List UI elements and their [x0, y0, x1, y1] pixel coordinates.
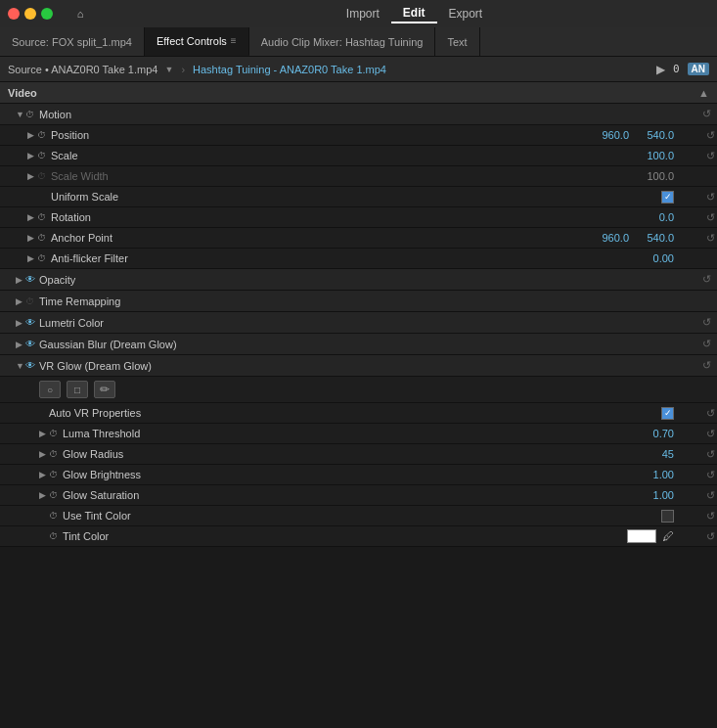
- rotation-reset[interactable]: ↺: [703, 210, 717, 224]
- tab-source[interactable]: Source: FOX split_1.mp4: [0, 27, 145, 56]
- home-icon: ⌂: [77, 8, 84, 20]
- use-tint-checkbox-area: [661, 510, 674, 523]
- close-button[interactable]: [8, 8, 20, 20]
- tint-color-swatch[interactable]: [627, 529, 656, 543]
- tab-effect-controls[interactable]: Effect Controls ≡: [145, 27, 249, 56]
- luma-threshold-stopwatch[interactable]: ⏱: [49, 429, 63, 438]
- home-button[interactable]: ⌂: [67, 4, 94, 23]
- anti-flicker-value[interactable]: 0.00: [635, 252, 674, 264]
- vr-tool-pen[interactable]: ✏: [94, 381, 115, 398]
- vr-tool-ellipse[interactable]: ○: [39, 381, 61, 398]
- anti-flicker-chevron[interactable]: ▶: [27, 253, 37, 263]
- time-remapping-group-header[interactable]: ▶ ⏱ Time Remapping: [0, 291, 717, 312]
- opacity-eye[interactable]: 👁: [25, 274, 39, 285]
- gaussian-blur-eye[interactable]: 👁: [25, 339, 39, 349]
- luma-threshold-chevron[interactable]: ▶: [39, 429, 49, 438]
- glow-radius-label: Glow Radius: [63, 448, 635, 460]
- scale-width-row: ▶ ⏱ Scale Width 100.0 ↺: [0, 166, 717, 187]
- nav-edit[interactable]: Edit: [391, 4, 437, 23]
- lumetri-reset[interactable]: ↺: [699, 316, 713, 330]
- scale-stopwatch[interactable]: ⏱: [37, 151, 51, 160]
- source-dropdown-arrow[interactable]: ▼: [164, 65, 173, 74]
- tint-color-row: ▶ ⏱ Tint Color 🖊 ↺: [0, 526, 717, 547]
- glow-saturation-chevron[interactable]: ▶: [39, 490, 49, 500]
- motion-label: Motion: [39, 109, 694, 120]
- rotation-chevron[interactable]: ▶: [27, 212, 37, 222]
- opacity-chevron: ▶: [16, 275, 25, 285]
- maximize-button[interactable]: [41, 8, 53, 20]
- use-tint-checkbox[interactable]: [661, 510, 674, 523]
- motion-reset[interactable]: ↺: [699, 108, 713, 121]
- glow-saturation-value[interactable]: 1.00: [635, 489, 674, 501]
- luma-threshold-reset[interactable]: ↺: [703, 427, 717, 440]
- nav-export[interactable]: Export: [437, 5, 495, 23]
- glow-radius-chevron[interactable]: ▶: [39, 449, 49, 459]
- position-stopwatch[interactable]: ⏱: [37, 130, 51, 140]
- minimize-button[interactable]: [24, 8, 36, 20]
- anchor-point-label: Anchor Point: [51, 232, 590, 244]
- auto-vr-checkbox[interactable]: [661, 407, 674, 420]
- position-chevron[interactable]: ▶: [27, 130, 37, 140]
- glow-radius-reset[interactable]: ↺: [703, 447, 717, 461]
- rotation-value[interactable]: 0.0: [635, 211, 674, 223]
- lumetri-color-group-header[interactable]: ▶ 👁 Lumetri Color ↺: [0, 312, 717, 334]
- auto-vr-reset[interactable]: ↺: [703, 406, 717, 420]
- anchor-point-reset[interactable]: ↺: [703, 231, 717, 245]
- glow-saturation-reset[interactable]: ↺: [703, 488, 717, 502]
- vr-glow-group-header[interactable]: ▼ 👁 VR Glow (Dream Glow) ↺: [0, 355, 717, 377]
- motion-stopwatch[interactable]: ⏱: [25, 110, 39, 119]
- position-x[interactable]: 960.0: [590, 129, 629, 141]
- scale-width-label: Scale Width: [51, 170, 635, 182]
- motion-group-header[interactable]: ▼ ⏱ Motion ↺: [0, 104, 717, 125]
- glow-saturation-label: Glow Saturation: [63, 489, 635, 501]
- scale-width-values: 100.0: [635, 170, 674, 182]
- scale-reset[interactable]: ↺: [703, 149, 717, 162]
- lumetri-eye[interactable]: 👁: [25, 317, 39, 328]
- opacity-group-header[interactable]: ▶ 👁 Opacity ↺: [0, 269, 717, 291]
- use-tint-reset[interactable]: ↺: [703, 509, 717, 523]
- gaussian-blur-label: Gaussian Blur (Dream Glow): [39, 339, 694, 350]
- tint-color-reset[interactable]: ↺: [703, 529, 717, 543]
- glow-radius-value[interactable]: 45: [635, 448, 674, 460]
- gaussian-blur-group-header[interactable]: ▶ 👁 Gaussian Blur (Dream Glow) ↺: [0, 334, 717, 355]
- video-section-collapse[interactable]: ▲: [698, 87, 709, 99]
- gaussian-blur-reset[interactable]: ↺: [699, 338, 713, 351]
- anchor-point-chevron[interactable]: ▶: [27, 233, 37, 243]
- glow-brightness-values: 1.00: [635, 469, 674, 480]
- position-y[interactable]: 540.0: [635, 129, 674, 141]
- glow-brightness-reset[interactable]: ↺: [703, 468, 717, 481]
- glow-radius-stopwatch[interactable]: ⏱: [49, 449, 63, 459]
- vr-glow-reset[interactable]: ↺: [699, 359, 713, 373]
- glow-brightness-stopwatch[interactable]: ⏱: [49, 470, 63, 479]
- position-reset[interactable]: ↺: [703, 128, 717, 142]
- title-bar: ⌂ Import Edit Export: [0, 0, 717, 27]
- tab-audio-clip-mixer[interactable]: Audio Clip Mixer: Hashtag Tuining: [249, 27, 436, 56]
- tint-color-stopwatch[interactable]: ⏱: [49, 531, 63, 541]
- tab-text[interactable]: Text: [435, 27, 479, 56]
- luma-threshold-label: Luma Threshold: [63, 428, 635, 439]
- anti-flicker-stopwatch[interactable]: ⏱: [37, 253, 51, 263]
- glow-brightness-value[interactable]: 1.00: [635, 469, 674, 480]
- eyedropper-icon[interactable]: 🖊: [662, 529, 674, 543]
- scale-width-value[interactable]: 100.0: [635, 170, 674, 182]
- scale-width-chevron[interactable]: ▶: [27, 171, 37, 181]
- anchor-point-stopwatch[interactable]: ⏱: [37, 233, 51, 243]
- uniform-scale-checkbox[interactable]: [661, 191, 674, 204]
- use-tint-stopwatch[interactable]: ⏱: [49, 511, 63, 521]
- opacity-reset[interactable]: ↺: [699, 273, 713, 287]
- nav-import[interactable]: Import: [335, 5, 391, 23]
- vr-tool-rect[interactable]: □: [67, 381, 88, 398]
- glow-brightness-chevron[interactable]: ▶: [39, 470, 49, 479]
- anchor-point-y[interactable]: 540.0: [635, 232, 674, 244]
- rotation-stopwatch[interactable]: ⏱: [37, 212, 51, 222]
- scale-value[interactable]: 100.0: [635, 150, 674, 161]
- anti-flicker-row: ▶ ⏱ Anti-flicker Filter 0.00 ↺: [0, 249, 717, 269]
- glow-saturation-stopwatch[interactable]: ⏱: [49, 490, 63, 500]
- scale-chevron[interactable]: ▶: [27, 151, 37, 160]
- uniform-scale-reset[interactable]: ↺: [703, 190, 717, 204]
- anchor-point-x[interactable]: 960.0: [590, 232, 629, 244]
- play-button[interactable]: ▶: [656, 63, 665, 76]
- hashtag-tuining-link[interactable]: Hashtag Tuining - ANAZ0R0 Take 1.mp4: [193, 64, 386, 75]
- vr-glow-eye[interactable]: 👁: [25, 360, 39, 371]
- luma-threshold-value[interactable]: 0.70: [635, 428, 674, 439]
